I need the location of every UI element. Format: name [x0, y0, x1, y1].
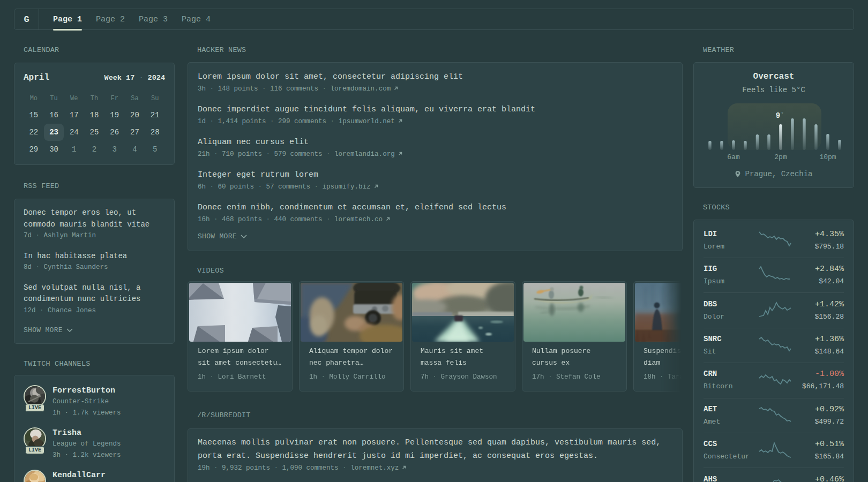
- svg-text:2pm: 2pm: [774, 153, 787, 161]
- svg-text:9: 9: [776, 111, 780, 120]
- svg-text:°: °: [781, 111, 783, 117]
- svg-text:6am: 6am: [727, 153, 740, 161]
- svg-text:10pm: 10pm: [819, 153, 836, 161]
